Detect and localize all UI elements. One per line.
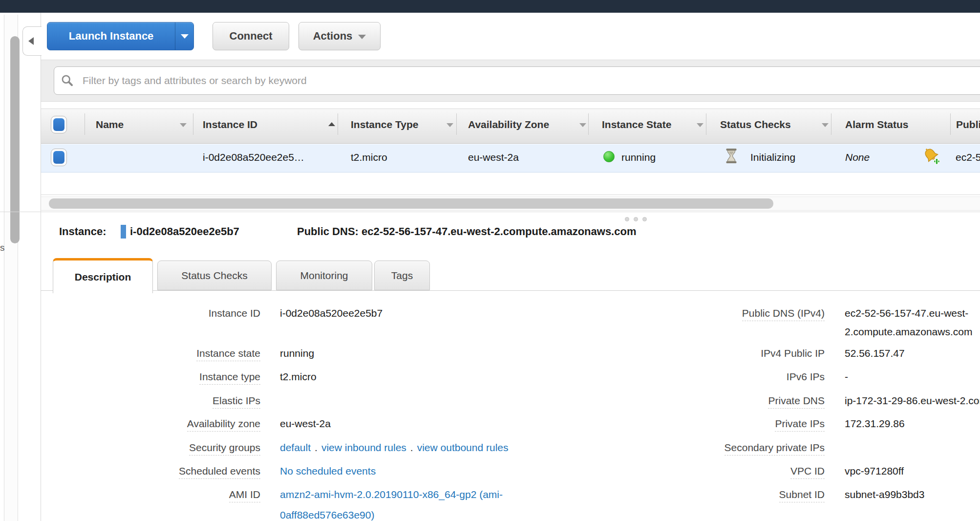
column-header-public-dns[interactable]: Public DNS (IPv4) [956,117,980,132]
link-separator: . [315,442,318,453]
tabs-baseline [41,290,980,291]
create-alarm-bell-icon[interactable] [921,147,940,167]
value-ipv6-ips: - [845,369,848,384]
column-divider [831,113,831,135]
connect-button[interactable]: Connect [213,22,289,50]
sort-caret-icon[interactable] [579,123,586,127]
tab-monitoring[interactable]: Monitoring [276,260,372,290]
tab-tags-label: Tags [391,270,413,282]
chevron-down-icon [358,35,366,39]
page-vertical-scrollbar-track[interactable] [4,15,18,521]
splitter-drag-handle-dot[interactable] [625,217,629,221]
value-subnet-id: subnet-a99b3bd3 [845,487,924,502]
ami-link[interactable]: amzn2-ami-hvm-2.0.20190110-x86_64-gp2 (a… [280,489,503,500]
page-vertical-scrollbar-thumb[interactable] [10,36,20,243]
label-scheduled-events: Scheduled events [94,464,260,478]
value-ami-id-line1: amzn2-ami-hvm-2.0.20190110-x86_64-gp2 (a… [280,487,503,502]
tab-status-checks[interactable]: Status Checks [157,260,272,290]
column-divider [456,113,457,135]
select-all-checkbox[interactable] [51,116,67,133]
column-divider [950,113,951,135]
tab-description-label: Description [75,271,131,283]
security-group-default-link[interactable]: default [280,442,311,453]
connect-button-label: Connect [230,30,273,43]
cell-instance-type: t2.micro [351,150,387,165]
tab-description[interactable]: Description [53,258,153,293]
tab-status-checks-label: Status Checks [181,270,247,282]
value-scheduled-events: No scheduled events [280,464,376,478]
column-divider [588,113,589,135]
row-select-checkbox[interactable] [51,149,67,166]
column-divider [85,113,85,135]
sort-caret-icon[interactable] [822,123,829,127]
sort-ascending-icon[interactable] [328,122,335,126]
hourglass-initializing-icon [725,148,738,166]
value-vpc-id: vpc-971280ff [845,464,904,478]
tab-monitoring-label: Monitoring [300,270,348,282]
value-public-dns-line2: 2.compute.amazonaws.com [845,325,972,339]
splitter-drag-handle-dot[interactable] [642,217,647,221]
checkbox-checked-fill [53,118,64,131]
chevron-down-icon [181,34,189,39]
instance-summary-id: i-0d2e08a520ee2e5b7 [130,224,239,239]
column-divider [338,113,338,135]
value-private-dns: ip-172-31-29-86.eu-west-2.compute.intern… [845,393,980,408]
launch-instance-dropdown-button[interactable] [175,34,193,39]
cell-instance-state: running [621,150,656,165]
sidebar-clipped-text-fragment: s [0,242,5,253]
value-ami-id-line2: 0aff88ed576e63e90) [280,508,374,521]
label-elastic-ips: Elastic IPs [94,393,260,408]
ec2-console-page: { "toolbar": { "launch": "Launch Instanc… [0,0,980,521]
launch-instance-split-button[interactable]: Launch Instance [47,22,194,50]
filter-search-input[interactable] [54,66,980,95]
cell-instance-id[interactable]: i-0d2e08a520ee2e5… [203,150,304,165]
instance-summary-public-dns: Public DNS: ec2-52-56-157-47.eu-west-2.c… [297,224,636,239]
actions-menu-button[interactable]: Actions [298,22,381,50]
label-subnet-id: Subnet ID [659,487,825,502]
label-ipv6-ips: IPv6 IPs [659,369,825,384]
cell-status-checks: Initializing [750,150,795,165]
column-header-instance-type[interactable]: Instance Type [351,117,419,132]
column-header-instance-id[interactable]: Instance ID [203,117,257,132]
sort-caret-icon[interactable] [447,123,453,127]
instance-running-status-icon [603,151,615,162]
label-availability-zone: Availability zone [94,416,260,431]
column-header-instance-state[interactable]: Instance State [602,117,671,132]
label-private-ips: Private IPs [659,416,825,431]
value-ipv4-public-ip: 52.56.157.47 [845,346,905,361]
chevron-left-icon [28,37,34,45]
instance-summary-label: Instance: [59,224,107,239]
cell-public-dns: ec2-52-56-157-47.eu-west-2.compute.amazo… [956,150,980,165]
label-ami-id: AMI ID [94,487,260,502]
column-header-alarm-status[interactable]: Alarm Status [845,117,909,132]
column-header-name[interactable]: Name [96,117,124,132]
sort-caret-icon[interactable] [697,123,703,127]
table-horizontal-scrollbar-thumb[interactable] [49,198,773,209]
sort-caret-icon[interactable] [180,123,187,127]
splitter-drag-handle-dot[interactable] [634,217,638,221]
table-bottom-border [41,195,980,195]
label-security-groups: Security groups [94,440,260,455]
launch-instance-button[interactable]: Launch Instance [47,30,175,43]
value-instance-type: t2.micro [280,369,317,384]
cell-availability-zone: eu-west-2a [468,150,519,165]
view-outbound-rules-link[interactable]: view outbound rules [417,442,509,453]
actions-button-label: Actions [313,30,353,43]
label-secondary-private-ips: Secondary private IPs [659,440,825,455]
column-header-availability-zone[interactable]: Availability Zone [468,117,549,132]
sidebar-collapse-button[interactable] [22,26,42,56]
label-instance-state: Instance state [94,346,260,361]
column-header-status-checks[interactable]: Status Checks [720,117,791,132]
label-ipv4-public-ip: IPv4 Public IP [659,346,825,361]
ami-link[interactable]: 0aff88ed576e63e90) [280,509,374,521]
label-public-dns-ipv4: Public DNS (IPv4) [659,306,825,321]
value-availability-zone: eu-west-2a [280,416,331,431]
label-instance-type: Instance type [94,369,260,384]
view-inbound-rules-link[interactable]: view inbound rules [321,442,406,453]
no-scheduled-events-link[interactable]: No scheduled events [280,465,376,477]
tab-tags[interactable]: Tags [374,260,430,290]
instance-marker-bar [121,225,126,239]
label-instance-id: Instance ID [94,306,260,321]
value-security-groups: default.view inbound rules.view outbound… [280,440,508,455]
link-separator: . [410,442,413,453]
